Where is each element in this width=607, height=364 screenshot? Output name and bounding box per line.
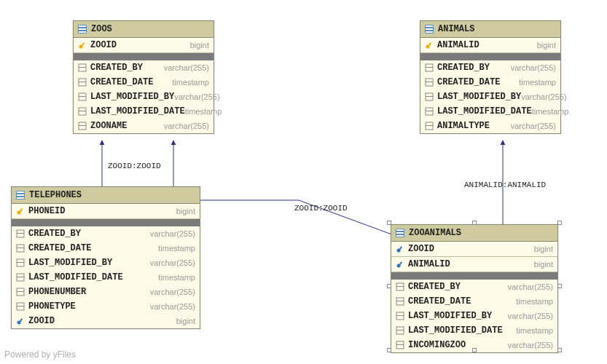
column-icon	[78, 78, 87, 87]
column-icon	[396, 282, 404, 291]
entity-title: ZOOS	[91, 24, 112, 34]
svg-rect-63	[396, 301, 404, 301]
table-icon	[16, 191, 25, 199]
entity-header: ZOOS	[74, 21, 214, 38]
fk-icon	[396, 245, 404, 253]
footer-credit: Powered by yFiles	[4, 349, 76, 360]
column-icon	[16, 229, 25, 238]
svg-rect-3	[79, 31, 86, 33]
entity-zoos[interactable]: ZOOS ZOOID bigint CREATED_BYvarchar(255)…	[73, 20, 214, 134]
entity-telephones[interactable]: TELEPHONES PHONEID bigint CREATED_BYvarc…	[11, 186, 200, 329]
column-row: ANIMALTYPEvarchar(255)	[420, 119, 560, 133]
svg-rect-27	[426, 96, 433, 97]
svg-rect-23	[426, 67, 433, 68]
column-row: ZOOIDbigint	[12, 314, 200, 328]
column-row: PHONENUMBERvarchar(255)	[12, 285, 200, 299]
column-row: CREATED_BYvarchar(255)	[12, 226, 200, 241]
selection-handle[interactable]	[387, 348, 391, 352]
svg-rect-51	[19, 318, 23, 323]
svg-rect-69	[396, 344, 404, 345]
column-row: LAST_MODIFIED_BYvarchar(255)	[420, 90, 560, 104]
pk-row: ANIMALID bigint	[420, 38, 560, 53]
column-icon	[425, 107, 434, 116]
svg-rect-2	[79, 28, 86, 30]
column-row: CREATED_BYvarchar(255)	[420, 60, 560, 75]
column-icon	[78, 92, 87, 101]
svg-rect-57	[399, 246, 402, 250]
column-row: CREATED_DATEtimestamp	[391, 294, 557, 309]
svg-rect-49	[17, 306, 24, 306]
column-icon	[16, 288, 25, 296]
entity-title: ANIMALS	[438, 24, 474, 34]
svg-rect-45	[17, 277, 24, 277]
entity-title: TELEPHONES	[29, 190, 82, 200]
section-divider	[74, 53, 214, 60]
selection-handle[interactable]	[472, 348, 477, 352]
column-icon	[78, 63, 87, 72]
svg-rect-53	[396, 229, 404, 231]
column-row: LAST_MODIFIED_DATEtimestamp	[74, 104, 214, 119]
table-icon	[78, 25, 87, 33]
svg-rect-21	[428, 42, 431, 47]
column-row: LAST_MODIFIED_DATEtimestamp	[420, 104, 560, 119]
selection-handle[interactable]	[387, 284, 391, 288]
svg-rect-55	[396, 235, 404, 237]
svg-rect-61	[396, 286, 404, 287]
svg-rect-18	[426, 28, 433, 30]
svg-rect-5	[81, 42, 85, 47]
svg-rect-35	[17, 197, 24, 199]
column-icon	[396, 326, 404, 335]
svg-rect-65	[396, 315, 404, 316]
svg-rect-41	[17, 248, 24, 248]
selection-handle[interactable]	[472, 221, 477, 225]
fk-icon	[16, 317, 25, 325]
entity-animals[interactable]: ANIMALS ANIMALID bigint CREATED_BYvarcha…	[420, 20, 561, 134]
column-icon	[425, 92, 434, 101]
svg-rect-39	[17, 233, 24, 234]
selection-handle[interactable]	[557, 284, 562, 288]
entity-zooanimals[interactable]: ZOOANIMALS ZOOID bigint ANIMALID bigint …	[391, 224, 558, 353]
svg-rect-34	[17, 194, 24, 196]
column-row: LAST_MODIFIED_BYvarchar(255)	[12, 256, 200, 270]
diagram-canvas: ZOOS ZOOID bigint CREATED_BYvarchar(255)…	[0, 0, 607, 364]
column-row: CREATED_BYvarchar(255)	[391, 280, 557, 294]
svg-rect-1	[79, 25, 86, 27]
entity-header: TELEPHONES	[12, 187, 200, 204]
pk-icon	[78, 41, 87, 50]
column-row: LAST_MODIFIED_BYvarchar(255)	[391, 309, 557, 323]
column-icon	[425, 78, 434, 87]
section-divider	[420, 53, 560, 60]
column-row: LAST_MODIFIED_DATEtimestamp	[12, 270, 200, 285]
column-icon	[16, 302, 25, 311]
column-row: CREATED_DATEtimestamp	[12, 241, 200, 256]
svg-rect-9	[79, 82, 86, 82]
column-icon	[425, 63, 434, 72]
svg-rect-13	[79, 111, 86, 111]
fk-icon	[396, 260, 404, 269]
selection-handle[interactable]	[387, 221, 391, 225]
section-divider	[12, 219, 200, 226]
column-row: LAST_MODIFIED_BYvarchar(255)	[74, 90, 214, 104]
column-icon	[16, 258, 25, 267]
column-icon	[16, 273, 25, 282]
svg-rect-37	[19, 208, 23, 213]
pk-row: ZOOID bigint	[391, 242, 557, 257]
column-icon	[16, 244, 25, 253]
selection-handle[interactable]	[557, 348, 562, 352]
svg-rect-29	[426, 111, 433, 111]
table-icon	[425, 25, 434, 33]
svg-rect-47	[17, 291, 24, 292]
svg-rect-59	[399, 261, 402, 266]
column-row: ZOONAMEvarchar(255)	[74, 119, 214, 133]
svg-rect-54	[396, 232, 404, 234]
entity-header: ANIMALS	[420, 21, 560, 38]
column-icon	[396, 297, 404, 306]
pk-row: ZOOID bigint	[74, 38, 214, 53]
svg-rect-33	[17, 191, 24, 193]
svg-rect-11	[79, 96, 86, 97]
column-row: CREATED_BYvarchar(255)	[74, 60, 214, 75]
column-icon	[396, 341, 404, 349]
column-row: CREATED_DATEtimestamp	[420, 75, 560, 90]
selection-handle[interactable]	[557, 221, 562, 225]
svg-rect-43	[17, 262, 24, 263]
